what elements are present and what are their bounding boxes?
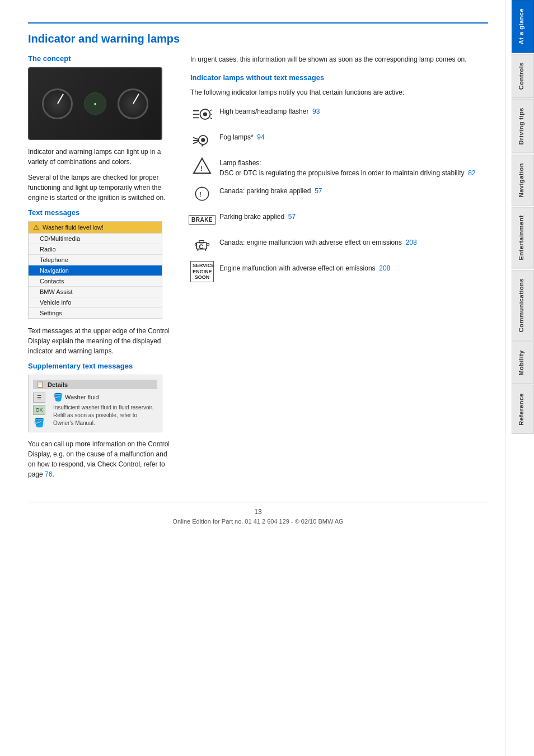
lamp-desc-canada-parking: Canada: parking brake applied 57 — [219, 184, 322, 196]
list-item[interactable]: Telephone — [29, 255, 162, 265]
highbeam-icon — [190, 104, 214, 124]
suppl-heading: Supplementary text messages — [28, 362, 174, 370]
svg-rect-21 — [195, 244, 197, 245]
concept-body1: Indicator and warning lamps can light up… — [28, 147, 174, 167]
svg-rect-18 — [196, 242, 207, 249]
lamp-item-canada-parking: ! Canada: parking brake applied 57 — [190, 184, 488, 204]
indicator-subtext: The following indicator lamps notify you… — [190, 87, 488, 97]
sidebar-tab-controls[interactable]: Controls — [512, 54, 534, 98]
svg-text:!: ! — [199, 190, 202, 198]
footer-text: Online Edition for Part no. 01 41 2 604 … — [28, 518, 488, 525]
fog-icon: ★ — [190, 130, 214, 150]
suppl-description: Insufficient washer fluid in fluid reser… — [53, 404, 157, 427]
page-footer: 13 Online Edition for Part no. 01 41 2 6… — [28, 502, 488, 525]
suppl-icon: 📋 — [36, 381, 44, 388]
svg-point-16 — [195, 187, 208, 200]
suppl-icons-col: ☰ OK 🪣 — [33, 393, 50, 427]
canada-parking-icon: ! — [190, 184, 214, 204]
lamp-item-service: SERVICEENGINESOON Engine malfunction wit… — [190, 261, 488, 281]
suppl-washer-label: 🪣 Washer fluid — [53, 393, 157, 402]
lamp-desc-brake: Parking brake applied 57 — [219, 209, 296, 222]
text-messages-body: Text messages at the upper edge of the C… — [28, 326, 174, 356]
sidebar-tab-navigation[interactable]: Navigation — [512, 155, 534, 206]
lamp-item-engine-canada: Canada: engine malfunction with adverse … — [190, 235, 488, 255]
suppl-icon-washer: 🪣 — [33, 417, 45, 427]
svg-text:!: ! — [200, 165, 203, 172]
svg-line-7 — [210, 118, 212, 119]
sidebar-tab-entertainment[interactable]: Entertainment — [512, 207, 534, 268]
tm-warning-text: Washer fluid level low! — [43, 224, 104, 231]
svg-point-4 — [203, 112, 207, 116]
suppl-page-ref[interactable]: 76 — [45, 470, 52, 478]
suppl-header-label: Details — [48, 381, 68, 388]
suppl-content: 🪣 Washer fluid Insufficient washer fluid… — [53, 393, 157, 427]
suppl-icon-box: ☰ — [33, 393, 45, 403]
svg-text:★: ★ — [201, 143, 204, 147]
text-messages-heading: Text messages — [28, 208, 174, 217]
suppl-body: You can call up more information on the … — [28, 439, 174, 479]
lamp-item-dsc: ! Lamp flashes:DSC or DTC is regulating … — [190, 156, 488, 178]
lamp-desc-dsc: Lamp flashes:DSC or DTC is regulating th… — [219, 156, 476, 178]
lamp-desc-highbeam: High beams/headlamp flasher 93 — [219, 104, 320, 116]
sidebar-tab-communications[interactable]: Communications — [512, 270, 534, 340]
svg-point-9 — [201, 138, 205, 142]
list-item[interactable]: Navigation — [29, 265, 162, 276]
svg-line-12 — [193, 142, 199, 144]
svg-rect-19 — [199, 241, 204, 243]
page-number: 13 — [28, 508, 488, 516]
tm-warning-row: ⚠ Washer fluid level low! — [29, 222, 162, 234]
suppl-icon-ok: OK — [33, 405, 45, 415]
concept-body2: Several of the lamps are checked for pro… — [28, 172, 174, 203]
indicator-lamps-heading: Indicator lamps without text messages — [190, 73, 488, 82]
svg-line-10 — [193, 138, 199, 140]
sidebar-tab-driving-tips[interactable]: Driving tips — [512, 99, 534, 153]
sidebar-tab-mobility[interactable]: Mobility — [512, 342, 534, 384]
lamp-desc-service: Engine malfunction with adverse effect o… — [219, 261, 390, 273]
list-item[interactable]: Radio — [29, 244, 162, 255]
instrument-cluster-image: ● — [28, 67, 162, 140]
svg-line-5 — [210, 110, 212, 111]
service-engine-icon: SERVICEENGINESOON — [190, 261, 214, 281]
sidebar-tab-reference[interactable]: Reference — [512, 385, 534, 434]
page-title: Indicator and warning lamps — [28, 32, 488, 45]
intro-text: In urgent cases, this information will b… — [190, 54, 488, 64]
list-item[interactable]: Vehicle info — [29, 297, 162, 308]
warning-triangle-icon: ⚠ — [33, 223, 39, 231]
text-messages-box: ⚠ Washer fluid level low! CD/Multimedia … — [28, 221, 162, 319]
concept-heading: The concept — [28, 54, 174, 63]
sidebar-tab-at-a-glance[interactable]: At a glance — [512, 0, 534, 53]
engine-canada-icon — [190, 235, 214, 255]
sidebar: At a glance Controls Driving tips Naviga… — [505, 0, 534, 756]
brake-icon: BRAKE — [190, 209, 214, 230]
list-item[interactable]: CD/Multimedia — [29, 234, 162, 244]
supplementary-box: 📋 Details ☰ OK 🪣 🪣 Washer fluid — [28, 375, 162, 432]
list-item[interactable]: Settings — [29, 308, 162, 319]
lamp-item-fog: ★ Fog lamps* 94 — [190, 130, 488, 150]
lamp-desc-fog: Fog lamps* 94 — [219, 130, 265, 142]
lamp-item-brake: BRAKE Parking brake applied 57 — [190, 209, 488, 230]
list-item[interactable]: BMW Assist — [29, 287, 162, 297]
list-item[interactable]: Contacts — [29, 276, 162, 287]
suppl-header: 📋 Details — [33, 380, 157, 389]
lamp-desc-engine-canada: Canada: engine malfunction with adverse … — [219, 235, 417, 248]
lamp-item-highbeam: High beams/headlamp flasher 93 — [190, 104, 488, 124]
dsc-triangle-icon: ! — [190, 156, 214, 176]
tm-menu-list: CD/Multimedia Radio Telephone Navigation… — [29, 234, 162, 319]
